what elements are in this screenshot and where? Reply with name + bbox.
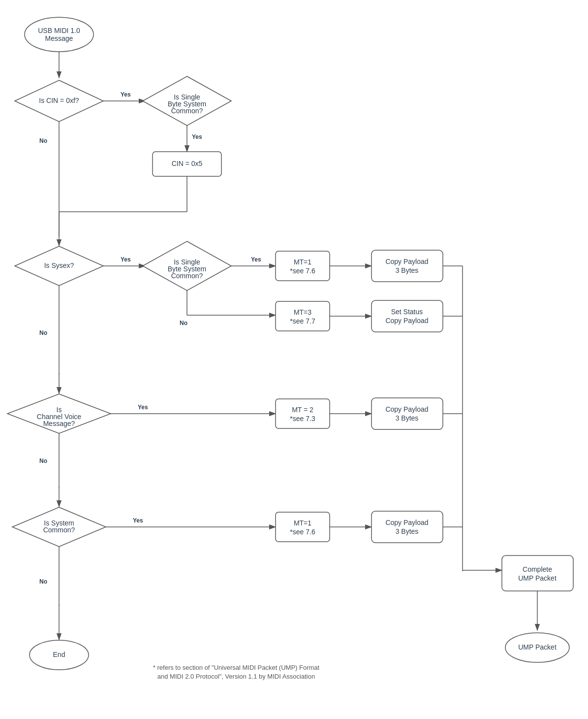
label-d1-no: No bbox=[39, 137, 47, 144]
label-d3-yes: Yes bbox=[121, 256, 131, 263]
box-complete-label2: UMP Packet bbox=[518, 574, 557, 582]
box-mt1-76a bbox=[276, 251, 330, 281]
label-d4-yes: Yes bbox=[251, 256, 261, 263]
box-mt1-76a-label1: MT=1 bbox=[294, 258, 311, 266]
box-complete-label1: Complete bbox=[523, 565, 552, 573]
box-mt1-76b-label2: *see 7.6 bbox=[290, 528, 315, 536]
box-mt3-77-label1: MT=3 bbox=[294, 308, 311, 316]
diamond6-label2: Common? bbox=[43, 526, 75, 534]
box-copy2-label1: Copy Payload bbox=[385, 405, 428, 413]
label-d6-no: No bbox=[39, 578, 47, 585]
start-label2: Message bbox=[45, 34, 73, 42]
box-mt1-76b bbox=[276, 512, 330, 542]
box-copy3-label1: Copy Payload bbox=[385, 519, 428, 526]
diamond5-label3: Message? bbox=[43, 420, 75, 427]
box-set-status-label1: Set Status bbox=[391, 308, 423, 316]
start-label: USB MIDI 1.0 bbox=[38, 27, 80, 34]
box-cin-label: CIN = 0x5 bbox=[172, 160, 203, 167]
box-mt2-73 bbox=[276, 399, 330, 428]
label-d6-yes: Yes bbox=[133, 517, 143, 524]
label-d3-no: No bbox=[39, 329, 47, 336]
label-d4-no: No bbox=[180, 320, 187, 327]
box-complete-ump bbox=[502, 556, 573, 591]
end-label: End bbox=[53, 651, 65, 658]
label-d2-yes: Yes bbox=[192, 133, 202, 140]
box-mt3-77 bbox=[276, 301, 330, 331]
box-mt2-73-label1: MT = 2 bbox=[292, 406, 313, 414]
box-set-status-label2: Copy Payload bbox=[385, 317, 428, 325]
box-copy2-label2: 3 Bytes bbox=[396, 414, 419, 422]
label-d1-yes: Yes bbox=[121, 91, 131, 98]
diamond2-label3: Common? bbox=[171, 107, 203, 115]
box-mt1-76b-label1: MT=1 bbox=[294, 519, 311, 527]
label-d5-no: No bbox=[39, 458, 47, 464]
note-line2: and MIDI 2.0 Protocol", Version 1.1 by M… bbox=[157, 673, 315, 680]
diamond1-label: Is CIN = 0xf? bbox=[39, 97, 79, 104]
label-d5-yes: Yes bbox=[138, 404, 148, 411]
diamond3-label: Is Sysex? bbox=[44, 261, 74, 269]
note-line1: * refers to section of "Universal MIDI P… bbox=[153, 664, 320, 671]
box-copy1-label1: Copy Payload bbox=[385, 258, 428, 265]
diamond4-label3: Common? bbox=[171, 272, 203, 280]
box-copy1-label2: 3 Bytes bbox=[396, 266, 419, 274]
ump-packet-label: UMP Packet bbox=[518, 643, 557, 651]
box-mt3-77-label2: *see 7.7 bbox=[290, 317, 315, 325]
box-copy3-label2: 3 Bytes bbox=[396, 527, 419, 535]
box-mt2-73-label2: *see 7.3 bbox=[290, 415, 315, 423]
box-mt1-76a-label2: *see 7.6 bbox=[290, 267, 315, 275]
